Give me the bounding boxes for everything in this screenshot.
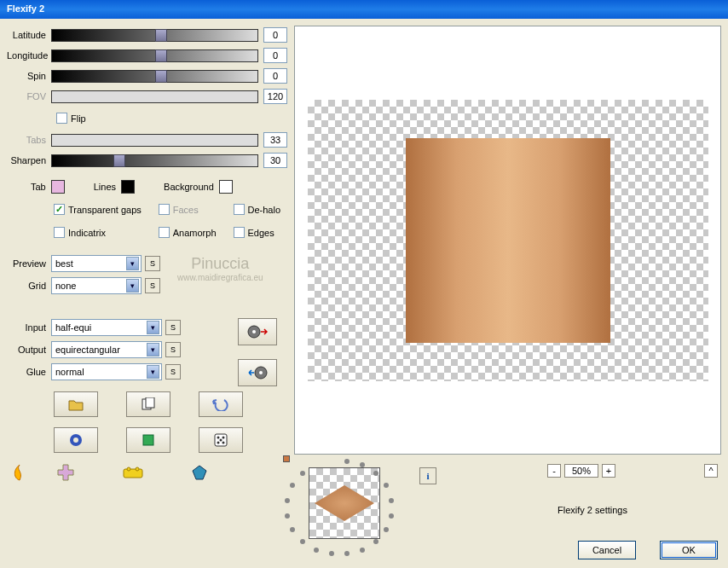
latitude-label: Latitude [7, 30, 51, 40]
tool-copy-button[interactable] [126, 391, 170, 417]
tabs-label: Tabs [7, 135, 51, 145]
grid-label: Grid [7, 281, 51, 291]
edges-checkbox[interactable] [234, 227, 245, 238]
svg-point-7 [73, 438, 78, 443]
input-label: Input [7, 322, 51, 333]
flip-checkbox[interactable] [56, 113, 67, 124]
svg-point-3 [259, 371, 263, 374]
tabs-value[interactable]: 33 [263, 132, 287, 148]
tab-color-swatch[interactable] [51, 180, 65, 194]
chevron-down-icon [147, 365, 159, 379]
spin-value[interactable]: 0 [263, 68, 287, 84]
ok-button[interactable]: OK [660, 541, 718, 559]
transparent-gaps-label: Transparent gaps [68, 205, 142, 215]
preview-pane [294, 26, 721, 455]
preview-select[interactable]: best [51, 255, 142, 272]
edges-label: Edges [248, 228, 274, 238]
window-title: Flexify 2 [7, 3, 44, 14]
background-color-label: Background [164, 182, 214, 192]
flip-label: Flip [71, 113, 86, 124]
svg-point-14 [222, 442, 225, 444]
output-label: Output [7, 345, 51, 355]
preview-label: Preview [7, 258, 51, 269]
sharpen-value[interactable]: 30 [263, 153, 287, 168]
background-color-swatch[interactable] [219, 180, 233, 194]
dehalo-checkbox[interactable] [234, 204, 245, 215]
svg-point-13 [217, 442, 220, 444]
glue-select[interactable]: normal [51, 363, 162, 380]
collapse-button[interactable]: ^ [704, 464, 718, 478]
zoom-value[interactable]: 50% [564, 464, 598, 478]
fov-label: FOV [7, 91, 51, 101]
faces-label: Faces [173, 205, 199, 215]
preview-image [406, 138, 610, 343]
grid-s-button[interactable]: S [145, 278, 160, 293]
chevron-down-icon [126, 279, 139, 293]
tool-undo-button[interactable] [199, 391, 243, 417]
sharpen-slider[interactable] [51, 154, 258, 167]
latitude-slider[interactable] [51, 29, 258, 42]
tool-open-button[interactable] [54, 391, 98, 417]
navigator-thumbnail[interactable] [309, 467, 380, 539]
titlebar: Flexify 2 [0, 0, 728, 19]
tool-dice-button[interactable] [199, 427, 243, 453]
settings-label: Flexify 2 settings [558, 505, 627, 515]
sharpen-label: Sharpen [7, 155, 51, 165]
svg-point-1 [252, 330, 256, 333]
cd-import-button[interactable] [238, 359, 277, 386]
zoom-out-button[interactable]: - [547, 464, 561, 478]
fov-slider [51, 90, 258, 103]
indicatrix-checkbox[interactable] [54, 227, 65, 238]
svg-point-11 [222, 437, 225, 439]
svg-point-12 [220, 439, 222, 442]
spin-slider[interactable] [51, 70, 258, 83]
chevron-down-icon [147, 343, 159, 356]
tool-square-button[interactable] [126, 427, 170, 453]
chevron-down-icon [126, 257, 139, 270]
longitude-slider[interactable] [51, 49, 258, 62]
preview-s-button[interactable]: S [145, 256, 160, 271]
output-select[interactable]: equirectangular [51, 341, 162, 358]
tool-torus-button[interactable] [54, 427, 98, 453]
watermark-line1: Pinuccia [177, 255, 263, 273]
tab-color-label: Tab [31, 182, 46, 192]
input-s-button[interactable]: S [165, 320, 181, 335]
anamorph-checkbox[interactable] [159, 227, 170, 238]
tabs-slider [51, 134, 258, 147]
glue-s-button[interactable]: S [165, 364, 181, 380]
grid-select[interactable]: none [51, 277, 142, 294]
indicatrix-label: Indicatrix [68, 228, 106, 238]
output-s-button[interactable]: S [165, 342, 181, 357]
lines-color-label: Lines [94, 182, 116, 192]
svg-point-10 [217, 437, 220, 439]
input-select[interactable]: half-equi [51, 319, 162, 336]
longitude-label: Longitude [7, 50, 51, 61]
info-button[interactable]: i [419, 467, 436, 484]
svg-rect-8 [143, 435, 153, 445]
zoom-in-button[interactable]: + [602, 464, 615, 478]
preview-canvas[interactable] [308, 100, 708, 381]
navigator-marker[interactable] [283, 455, 290, 462]
anamorph-label: Anamorph [173, 228, 217, 238]
dehalo-label: De-halo [248, 205, 281, 215]
longitude-value[interactable]: 0 [263, 48, 287, 63]
glue-label: Glue [7, 367, 51, 377]
svg-rect-5 [146, 397, 154, 408]
faces-checkbox [159, 204, 170, 215]
latitude-value[interactable]: 0 [263, 27, 287, 43]
fov-value[interactable]: 120 [263, 89, 287, 104]
lines-color-swatch[interactable] [121, 180, 135, 194]
chevron-down-icon [147, 321, 159, 334]
cancel-button[interactable]: Cancel [578, 541, 636, 559]
spin-label: Spin [7, 71, 51, 81]
transparent-gaps-checkbox[interactable] [54, 204, 65, 215]
cd-export-button[interactable] [238, 318, 277, 345]
watermark-line2: www.maidiregrafica.eu [177, 273, 263, 282]
